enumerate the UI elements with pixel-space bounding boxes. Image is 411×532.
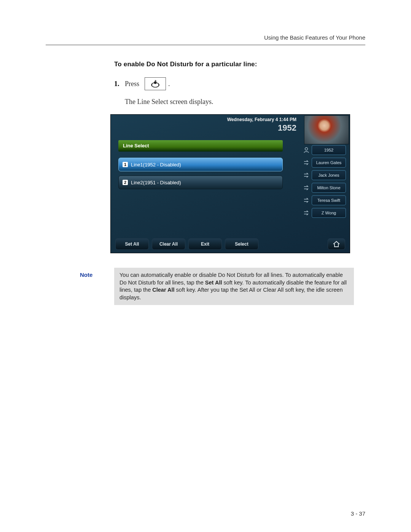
speeddial-icon	[302, 171, 311, 179]
line-item-2[interactable]: 2 Line2(1951 - Disabled)	[118, 176, 283, 189]
line-badge-1: 1	[123, 162, 128, 167]
phone-avatar	[304, 115, 349, 144]
contact-milton-stone[interactable]: Milton Stone	[312, 183, 346, 193]
page-number: 3 - 37	[351, 510, 365, 517]
line-select-title: Line Select	[118, 140, 283, 152]
line-item-1[interactable]: 1 Line1(1952 - Disabled)	[118, 158, 283, 171]
dnd-key-illustration	[145, 77, 166, 90]
note-bold-clear-all: Clear All	[152, 287, 174, 293]
phone-screenshot: Wednesday, February 4 1:44 PM 1952 Line …	[110, 114, 350, 253]
softkey-set-all[interactable]: Set All	[115, 238, 149, 250]
phone-datetime: Wednesday, February 4 1:44 PM	[111, 117, 296, 122]
softkey-clear-all[interactable]: Clear All	[152, 238, 185, 250]
step-verb: Press	[125, 80, 139, 88]
contact-z-wong[interactable]: Z Wong	[312, 208, 346, 218]
header-rule	[46, 45, 365, 45]
step-period: .	[168, 80, 170, 88]
home-button[interactable]	[328, 238, 345, 250]
softkey-exit[interactable]: Exit	[188, 238, 222, 250]
person-icon	[302, 146, 311, 154]
step-number: 1.	[114, 80, 125, 88]
home-icon	[333, 241, 340, 248]
dnd-icon	[150, 80, 161, 88]
speeddial-icon	[302, 158, 311, 167]
speeddial-icon	[302, 209, 311, 217]
contact-lauren-gates[interactable]: Lauren Gates	[312, 158, 346, 168]
step-1: 1. Press .	[114, 77, 365, 90]
note-label: Note	[80, 268, 114, 305]
contact-column: 1952 Lauren Gates Jack Jones	[302, 145, 346, 220]
contact-self[interactable]: 1952	[312, 145, 346, 155]
svg-point-2	[151, 85, 153, 86]
svg-point-1	[154, 81, 157, 84]
contact-jack-jones[interactable]: Jack Jones	[312, 170, 346, 180]
note-bold-set-all: Set All	[205, 280, 222, 286]
line-badge-2: 2	[123, 180, 128, 185]
note-box: Note You can automatically enable or dis…	[80, 268, 354, 305]
note-body: You can automatically enable or disable …	[114, 268, 354, 305]
phone-extension: 1952	[278, 123, 296, 133]
softkey-select[interactable]: Select	[225, 238, 258, 250]
contact-teresa-swift[interactable]: Teresa Swift	[312, 195, 346, 205]
speeddial-icon	[302, 196, 311, 204]
line-label-1: Line1(1952 - Disabled)	[131, 162, 181, 168]
line-label-2: Line2(1951 - Disabled)	[131, 180, 181, 185]
speeddial-icon	[302, 184, 311, 192]
svg-point-3	[158, 85, 159, 86]
softkey-row: Set All Clear All Exit Select	[115, 238, 345, 250]
step-desc: The Line Select screen displays.	[125, 98, 365, 106]
header-section: Using the Basic Features of Your Phone	[46, 34, 365, 41]
section-heading: To enable Do Not Disturb for a particula…	[114, 61, 365, 68]
svg-point-4	[305, 148, 308, 150]
